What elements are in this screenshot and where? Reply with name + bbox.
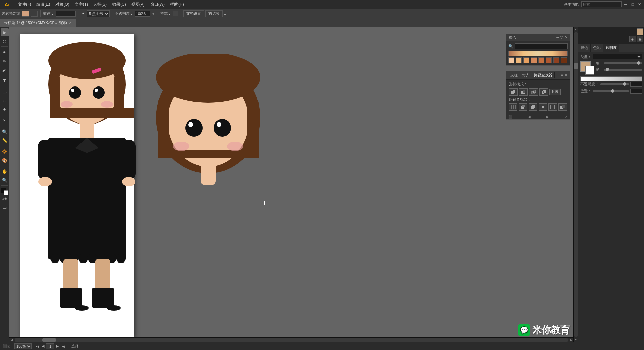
- stroke-slider[interactable]: [604, 69, 642, 71]
- pathfinder-close[interactable]: ✕: [565, 73, 568, 77]
- tab-stroke[interactable]: 描边: [578, 44, 591, 52]
- gradient-tool[interactable]: 🔆: [1, 147, 9, 155]
- search-input[interactable]: [581, 1, 622, 7]
- style-swatch[interactable]: [173, 11, 178, 16]
- eyedropper-tool[interactable]: 🔍: [1, 128, 9, 136]
- swatch-8[interactable]: [561, 57, 567, 63]
- scroll-up-btn[interactable]: ▲: [574, 27, 578, 32]
- divide-btn[interactable]: [509, 103, 517, 111]
- menu-help[interactable]: 帮助(H): [168, 1, 186, 8]
- menu-edit[interactable]: 编辑(E): [34, 1, 52, 8]
- opacity-value-right[interactable]: [630, 82, 642, 87]
- pathfinder-tab[interactable]: 路径查找器: [532, 72, 555, 78]
- page-first[interactable]: ⏮: [34, 344, 40, 348]
- direct-select-tool[interactable]: ◎: [1, 37, 9, 45]
- swatch-4[interactable]: [531, 57, 537, 63]
- opacity-slider[interactable]: [600, 83, 629, 85]
- pencil-tool[interactable]: ✏: [1, 57, 9, 65]
- fill-stroke-squares[interactable]: [580, 61, 594, 75]
- scissors-tool[interactable]: ✂: [1, 116, 9, 125]
- color-icon-2[interactable]: ◉: [637, 36, 643, 42]
- pf-next[interactable]: ▶: [546, 115, 549, 119]
- menu-file[interactable]: 文件(F): [15, 1, 33, 8]
- opacity-arrow[interactable]: ▼: [151, 11, 155, 16]
- pf-prev[interactable]: ◀: [528, 115, 531, 119]
- menu-view[interactable]: 视图(V): [129, 1, 147, 8]
- swatch-6[interactable]: [546, 57, 552, 63]
- exclude-btn[interactable]: [539, 88, 548, 96]
- describe-input[interactable]: [56, 11, 76, 17]
- doc-settings-button[interactable]: 文档设置: [183, 10, 204, 17]
- measure-tool[interactable]: 📏: [1, 136, 9, 144]
- color-panel-close[interactable]: ✕: [565, 35, 568, 40]
- pf-close-btn[interactable]: ✕: [565, 115, 568, 119]
- crop-btn[interactable]: [539, 103, 547, 111]
- page-next[interactable]: ▶: [55, 344, 60, 348]
- position-slider[interactable]: [593, 90, 629, 92]
- hand-tool[interactable]: ✋: [1, 167, 9, 175]
- position-value[interactable]: [630, 89, 642, 94]
- hscroll-track[interactable]: [15, 338, 568, 342]
- scroll-down-btn[interactable]: ▼: [574, 337, 578, 342]
- swatch-3[interactable]: [523, 57, 529, 63]
- menu-select[interactable]: 选择(S): [91, 1, 109, 8]
- gradient-bar[interactable]: [580, 76, 642, 81]
- close-button[interactable]: ✕: [637, 2, 642, 7]
- foreground-color[interactable]: [1, 188, 8, 195]
- align-tab2[interactable]: 对齐: [520, 72, 532, 78]
- swatch-7[interactable]: [553, 57, 559, 63]
- align-tab[interactable]: 支柱: [508, 72, 520, 78]
- scroll-track[interactable]: [574, 32, 578, 337]
- tab-close-icon[interactable]: ✕: [69, 21, 72, 25]
- pen-tool[interactable]: ✒: [1, 48, 9, 56]
- scroll-thumb[interactable]: [574, 63, 578, 69]
- rect-tool[interactable]: ▭: [1, 88, 9, 96]
- merge-btn[interactable]: [529, 103, 537, 111]
- type-select[interactable]: [593, 54, 642, 59]
- page-prev[interactable]: ◀: [41, 344, 45, 348]
- menu-icon[interactable]: ≡: [224, 12, 226, 16]
- expand-button[interactable]: 扩展: [549, 89, 561, 95]
- tab-color[interactable]: 色彩: [591, 44, 603, 52]
- pf-menu-icon[interactable]: ≡: [561, 73, 563, 77]
- swatch-5[interactable]: [538, 57, 544, 63]
- first-option-button[interactable]: 首选项: [205, 10, 223, 17]
- scroll-left-btn[interactable]: ◀: [9, 338, 14, 342]
- hard-mix-btn[interactable]: [558, 103, 567, 111]
- intersect-btn[interactable]: [529, 88, 538, 96]
- menu-object[interactable]: 对象(O): [53, 1, 71, 8]
- menu-window[interactable]: 窗口(W): [148, 1, 167, 8]
- select-tool[interactable]: ▶: [1, 28, 9, 36]
- color-icon-1[interactable]: ◈: [629, 36, 636, 42]
- brush-tool[interactable]: 🖌: [1, 66, 9, 74]
- ellipse-tool[interactable]: ○: [1, 97, 9, 105]
- point-shape-select[interactable]: 5 点圆形: [87, 10, 110, 17]
- minus-front-btn[interactable]: [519, 88, 528, 96]
- menu-effect[interactable]: 效果(C): [110, 1, 128, 8]
- zoom-tool[interactable]: 🔍: [1, 176, 9, 184]
- document-tab[interactable]: 未标题-1* @ 150% (CMYK/GPU 预览) ✕: [0, 19, 76, 27]
- color-tool[interactable]: 🎨: [1, 156, 9, 164]
- fill-swatch[interactable]: [22, 11, 29, 17]
- color-search-input[interactable]: [515, 43, 568, 49]
- hscroll-thumb[interactable]: [42, 338, 56, 342]
- trim-btn[interactable]: [519, 103, 527, 111]
- unite-btn[interactable]: [509, 88, 518, 96]
- minimize-button[interactable]: ─: [623, 2, 629, 7]
- menu-text[interactable]: 文字(T): [72, 1, 90, 8]
- zoom-select[interactable]: 150% 100% 200% 50%: [14, 343, 32, 349]
- fill-slider[interactable]: [604, 62, 642, 64]
- color-panel-minimize[interactable]: ─: [556, 35, 559, 40]
- outline-btn[interactable]: [548, 103, 557, 111]
- page-last[interactable]: ⏭: [60, 344, 66, 348]
- opacity-input[interactable]: [135, 11, 150, 17]
- star-tool[interactable]: ✦: [1, 105, 9, 113]
- swatch-1[interactable]: [508, 57, 514, 63]
- scroll-right-btn[interactable]: ▶: [569, 338, 573, 342]
- type-tool[interactable]: T: [1, 77, 9, 85]
- change-screen-mode[interactable]: ▭: [1, 203, 9, 211]
- stroke-swatch[interactable]: [31, 11, 38, 17]
- tab-transparency[interactable]: 透明度: [603, 44, 619, 52]
- swatch-2[interactable]: [516, 57, 522, 63]
- page-number-input[interactable]: [46, 343, 54, 349]
